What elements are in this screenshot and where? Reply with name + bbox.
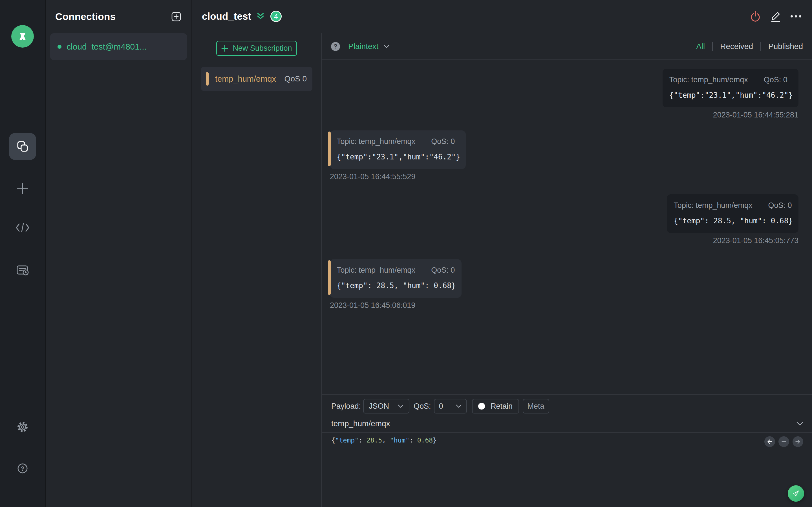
- chevron-down-icon: [383, 44, 390, 49]
- connection-topbar: cloud_test 4: [192, 0, 812, 33]
- double-chevron-down-icon: [256, 12, 265, 21]
- payload-format-help-icon[interactable]: ?: [331, 42, 340, 51]
- connection-list-item[interactable]: cloud_test@m4801...: [50, 33, 187, 60]
- payload-format-select[interactable]: JSON: [363, 399, 409, 413]
- topbar-actions: [749, 10, 802, 23]
- mqttx-logo: [11, 25, 34, 48]
- message-received: Topic: temp_hum/emqx QoS: 0 {"temp": 28.…: [330, 259, 462, 310]
- message-payload: {"temp":"23.1","hum":"46.2"}: [337, 153, 460, 161]
- rail-settings-button[interactable]: [16, 420, 29, 434]
- subscription-item[interactable]: temp_hum/emqx QoS 0: [201, 67, 312, 91]
- connections-header: Connections: [46, 0, 192, 33]
- plus-icon: [15, 182, 30, 196]
- message-qos: QoS: 0: [431, 137, 455, 146]
- retain-toggle[interactable]: Retain: [472, 399, 519, 413]
- connections-panel: Connections cloud_test@m4801...: [46, 0, 192, 507]
- main-area: cloud_test 4: [192, 0, 812, 507]
- message-card[interactable]: Topic: temp_hum/emqx QoS: 0 {"temp":"23.…: [330, 130, 466, 169]
- pencil-icon: [769, 10, 782, 23]
- connections-title: Connections: [55, 11, 116, 22]
- mqttx-logo-icon: [16, 30, 29, 43]
- rail-help-button[interactable]: ?: [16, 462, 29, 475]
- meta-label: Meta: [527, 402, 545, 411]
- meta-button[interactable]: Meta: [523, 399, 549, 413]
- message-received: Topic: temp_hum/emqx QoS: 0 {"temp":"23.…: [330, 130, 466, 181]
- subscription-qos: QoS 0: [285, 74, 307, 83]
- disconnect-button[interactable]: [749, 10, 762, 23]
- messages-header: ? Plaintext All Received Published: [322, 33, 812, 60]
- rail-connections-button[interactable]: [9, 133, 36, 160]
- message-timestamp: 2023-01-05 16:44:55:529: [330, 172, 466, 181]
- new-subscription-button[interactable]: New Subscription: [216, 41, 297, 56]
- gear-icon: [16, 420, 29, 434]
- editor-divider: [322, 432, 812, 433]
- history-nav: [764, 436, 803, 447]
- payload-format-label: Payload:: [331, 402, 361, 411]
- publish-toolbar: Payload: JSON QoS: 0: [331, 399, 812, 413]
- message-card[interactable]: Topic: temp_hum/emqx QoS: 0 {"temp": 28.…: [330, 259, 462, 298]
- new-connection-button[interactable]: [170, 10, 183, 23]
- message-list[interactable]: Topic: temp_hum/emqx QoS: 0 {"temp":"23.…: [322, 60, 812, 394]
- send-button[interactable]: [788, 485, 804, 502]
- more-options-button[interactable]: [790, 10, 802, 23]
- message-format-dropdown[interactable]: Plaintext: [348, 42, 390, 51]
- new-subscription-label: New Subscription: [233, 44, 292, 53]
- messages-pane: ? Plaintext All Received Published: [322, 33, 812, 507]
- collapse-panel-button[interactable]: [256, 12, 265, 21]
- svg-text:?: ?: [20, 465, 24, 472]
- content-row: New Subscription temp_hum/emqx QoS 0 ? P…: [192, 33, 812, 507]
- app-window: ? Connections cloud_test@m4801... cloud_…: [0, 0, 812, 507]
- tab-all[interactable]: All: [689, 42, 712, 51]
- publish-topic-row: temp_hum/emqx: [331, 417, 804, 431]
- message-timestamp: 2023-01-05 16:45:06:019: [330, 301, 462, 310]
- publish-topic-input[interactable]: temp_hum/emqx: [331, 419, 390, 428]
- connection-name: cloud_test@m4801...: [66, 42, 147, 52]
- qos-label: QoS:: [414, 402, 431, 411]
- message-topic: Topic: temp_hum/emqx: [337, 266, 415, 275]
- collapse-editor-button[interactable]: [796, 421, 804, 426]
- message-card[interactable]: Topic: temp_hum/emqx QoS: 0 {"temp": 28.…: [667, 194, 799, 233]
- message-qos: QoS: 0: [764, 75, 788, 84]
- log-icon: [15, 263, 30, 277]
- message-topic: Topic: temp_hum/emqx: [673, 201, 752, 210]
- message-timestamp: 2023-01-05 16:45:05:773: [667, 236, 799, 245]
- connection-title: cloud_test: [202, 11, 251, 22]
- subscription-topic: temp_hum/emqx: [215, 74, 276, 83]
- message-card[interactable]: Topic: temp_hum/emqx QoS: 0 {"temp":"23.…: [663, 69, 799, 107]
- help-icon: ?: [16, 462, 29, 475]
- message-published: Topic: temp_hum/emqx QoS: 0 {"temp": 28.…: [667, 194, 799, 245]
- history-prev-button[interactable]: [764, 436, 775, 447]
- connections-icon: [16, 140, 29, 153]
- rail-script-button[interactable]: [15, 222, 30, 233]
- message-format-value: Plaintext: [348, 42, 378, 51]
- publish-panel: Payload: JSON QoS: 0: [322, 394, 812, 507]
- rail-new-connection-button[interactable]: [15, 182, 30, 196]
- qos-select[interactable]: 0: [434, 399, 467, 413]
- edit-connection-button[interactable]: [769, 10, 782, 23]
- minus-icon: [780, 438, 787, 445]
- rail-log-button[interactable]: [15, 263, 30, 277]
- message-topic: Topic: temp_hum/emqx: [337, 137, 415, 146]
- message-payload: {"temp": 28.5, "hum": 0.68}: [673, 217, 793, 225]
- history-next-button[interactable]: [793, 436, 803, 447]
- chevron-down-icon: [398, 404, 404, 408]
- message-timestamp: 2023-01-05 16:44:55:281: [663, 111, 799, 119]
- subscription-color-bar: [206, 72, 209, 86]
- power-icon: [749, 10, 762, 23]
- payload-editor-line[interactable]: {"temp": 28.5, "hum": 0.68}: [331, 436, 812, 445]
- qos-value: 0: [439, 402, 443, 411]
- chevron-down-icon: [456, 404, 462, 408]
- retain-label: Retain: [491, 402, 513, 411]
- ellipsis-icon: [790, 15, 802, 18]
- retain-dot-icon: [478, 403, 485, 409]
- message-qos: QoS: 0: [431, 266, 455, 275]
- subscriptions-column: New Subscription temp_hum/emqx QoS 0: [192, 33, 322, 507]
- chevron-down-icon: [796, 421, 804, 426]
- message-filter-tabs: All Received Published: [689, 42, 810, 51]
- tab-received[interactable]: Received: [713, 42, 760, 51]
- tab-published[interactable]: Published: [761, 42, 810, 51]
- history-clear-button[interactable]: [778, 436, 789, 447]
- connection-status-dot: [57, 45, 61, 49]
- payload-format-value: JSON: [369, 402, 389, 411]
- square-plus-icon: [170, 10, 183, 23]
